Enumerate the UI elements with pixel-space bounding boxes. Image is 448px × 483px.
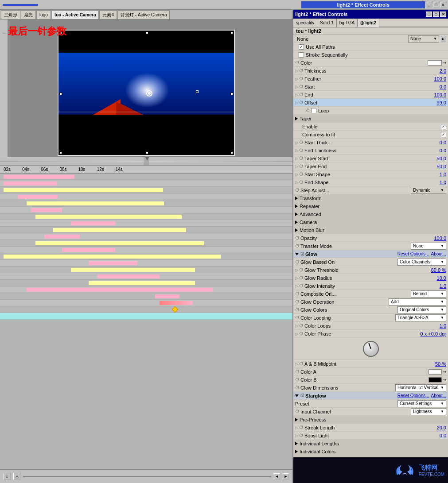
ec-maximize-button[interactable]: □ [433, 12, 439, 17]
tab-speciality[interactable]: speciality [293, 19, 317, 27]
ec-taper-end-row: ▷ ⏱ Taper End 50.0 [293, 162, 448, 170]
glow-radius-value[interactable]: 10.0 [437, 275, 446, 281]
color-arrow-button[interactable]: ⇒ [443, 60, 446, 65]
color-b-arrow[interactable]: ⇒ [443, 377, 446, 382]
taper-enable-checkbox[interactable]: ✓ [441, 124, 446, 129]
ec-transform-header[interactable]: Transform [293, 194, 448, 202]
tab-bgtga[interactable]: bg.TGA [337, 19, 358, 27]
path-arrow-button[interactable]: ► [440, 36, 446, 42]
ec-close-button[interactable]: ✕ [440, 12, 446, 17]
starglow-reset-button[interactable]: Reset Options... [397, 393, 429, 398]
tab-triangle[interactable]: 三角形 [1, 10, 20, 19]
stroke-seq-checkbox[interactable] [299, 52, 304, 58]
composite-label: Composite Ori... [300, 291, 411, 297]
scroll-left-button[interactable]: ◄ [274, 473, 280, 479]
loop-checkbox[interactable] [311, 108, 316, 113]
close-button[interactable]: ✕ [440, 2, 446, 8]
ec-end-thick-value[interactable]: 0.0 [440, 148, 446, 153]
tab-solid1[interactable]: Solid 1 [317, 19, 337, 27]
step-adjust-dropdown[interactable]: Dynamic▼ [411, 187, 446, 194]
ec-start-thick-value[interactable]: 0.0 [440, 140, 446, 145]
loop-label: Loop [318, 108, 329, 113]
maximize-button[interactable]: □ [433, 2, 439, 8]
glow-threshold-value[interactable]: 60.0 % [431, 267, 446, 273]
ec-start-shape-value[interactable]: 1.0 [440, 172, 446, 177]
glow-dimensions-dropdown[interactable]: Horizonta...d Vertical▼ [395, 384, 446, 391]
tab-logo[interactable]: logo [36, 10, 51, 19]
ec-start-value[interactable]: 0.0 [440, 84, 446, 89]
ec-step-adjust-label: Step Adjust... [300, 188, 411, 193]
color-swatch-white[interactable] [428, 60, 442, 66]
ec-ab-midpoint-row: ▷ ⏱ A & B Midpoint 50 % [293, 360, 448, 368]
minimize-button[interactable]: _ [426, 2, 432, 8]
ec-start-label: Start [304, 84, 440, 89]
ec-body[interactable]: None None▼ ► ✓ Use All Paths Stroke Sequ… [293, 35, 448, 457]
tab-yuansu[interactable]: 元素4 [99, 10, 117, 19]
tab-tou[interactable]: tou - Active Camera [51, 10, 99, 19]
glow-colors-dropdown[interactable]: Original Colors▼ [397, 306, 446, 313]
home-button[interactable]: ⌂ [4, 473, 11, 480]
ec-glow-header[interactable]: ☑ Glow Reset Options... About... [293, 250, 448, 258]
ec-taper-start-value[interactable]: 50.0 [437, 156, 446, 161]
ec-thickness-value[interactable]: 2.0 [440, 68, 446, 73]
glow-about-button[interactable]: About... [431, 251, 446, 256]
scroll-right-button[interactable]: ► [283, 473, 289, 479]
ec-offset-label: Offset [304, 100, 437, 105]
ec-pre-process-header[interactable]: Pre-Process [293, 416, 448, 424]
glow-intensity-value[interactable]: 1.0 [440, 283, 446, 289]
glow-label: Glow [305, 251, 397, 257]
ab-midpoint-value[interactable]: 50 % [435, 361, 446, 367]
color-looping-label: Color Looping [300, 315, 395, 321]
glow-reset-button[interactable]: Reset Options... [397, 251, 429, 256]
ec-offset-value[interactable]: 99.0 [437, 100, 446, 105]
preset-dropdown[interactable]: Current Settings▼ [397, 400, 446, 407]
input-channel-dropdown[interactable]: Lightness▼ [411, 408, 446, 415]
color-looping-dropdown[interactable]: Triangle A>B>A▼ [395, 314, 446, 321]
ec-end-shape-value[interactable]: 1.0 [440, 180, 446, 185]
color-phase-dial[interactable] [363, 341, 379, 357]
ec-thickness-row: ▷ ⏱ Thickness 2.0 [293, 67, 448, 75]
viewport-canvas[interactable] [58, 30, 235, 156]
path-dropdown[interactable]: None▼ [408, 35, 439, 43]
ec-start-shape-row: ▷ ⏱ Start Shape 1.0 [293, 170, 448, 178]
ec-feather-value[interactable]: 100.0 [434, 76, 446, 81]
timeline-row [0, 200, 292, 207]
ec-starglow-header[interactable]: ☑ Starglow Reset Options... About... [293, 392, 448, 400]
ec-feather-label: Feather [304, 76, 434, 81]
tab-light2[interactable]: ◎light2 [358, 19, 379, 27]
prev-frame-button[interactable]: △ [13, 473, 20, 480]
ec-minimize-button[interactable]: _ [426, 12, 432, 17]
ec-ind-colors-header[interactable]: Individual Colors [293, 448, 448, 456]
color-phase-value[interactable]: 0 x +0.0 dgr [421, 331, 446, 336]
ec-ind-lengths-header[interactable]: Individual Lengths [293, 440, 448, 448]
ec-opacity-value[interactable]: 100.0 [434, 236, 446, 241]
ec-end-value[interactable]: 100.0 [434, 92, 446, 97]
streak-length-value[interactable]: 20.0 [437, 425, 446, 430]
ec-offset-row[interactable]: ▷ ⏱ Offset 99.0 [293, 99, 448, 107]
tab-bj[interactable]: 背景灯 - Active Camera [117, 10, 170, 19]
ec-motion-blur-header[interactable]: Motion Blur [293, 226, 448, 234]
compress-checkbox[interactable]: ✓ [441, 132, 446, 137]
ec-camera-header[interactable]: Camera [293, 218, 448, 226]
glow-operation-dropdown[interactable]: Add▼ [389, 298, 446, 305]
color-a-arrow[interactable]: ⇒ [443, 369, 446, 374]
ec-repeater-header[interactable]: Repeater [293, 202, 448, 210]
ec-taper-header[interactable]: Taper [293, 115, 448, 123]
ec-taper-start-label: Taper Start [304, 156, 437, 161]
composite-dropdown[interactable]: Behind▼ [411, 290, 446, 298]
ec-opacity-label: Opacity [300, 236, 434, 241]
ec-input-channel-row: ⏱ Input Channel Lightness▼ [293, 408, 448, 416]
ec-advanced-header[interactable]: Advanced [293, 210, 448, 218]
transfer-mode-dropdown[interactable]: None▼ [411, 243, 446, 250]
starglow-about-button[interactable]: About... [431, 393, 446, 398]
ec-taper-end-value[interactable]: 50.0 [437, 164, 446, 169]
color-a-swatch[interactable] [429, 369, 442, 375]
color-phase-label: Color Phase [304, 331, 421, 336]
glow-based-dropdown[interactable]: Color Channels▼ [397, 259, 446, 266]
boost-light-value[interactable]: 0.0 [440, 433, 446, 438]
tab-fanguang[interactable]: 扇光 [21, 10, 36, 19]
color-b-swatch[interactable] [429, 377, 442, 383]
color-loops-value[interactable]: 1.0 [440, 323, 446, 328]
use-all-paths-checkbox[interactable]: ✓ [299, 44, 304, 50]
motion-blur-label: Motion Blur [300, 228, 446, 233]
